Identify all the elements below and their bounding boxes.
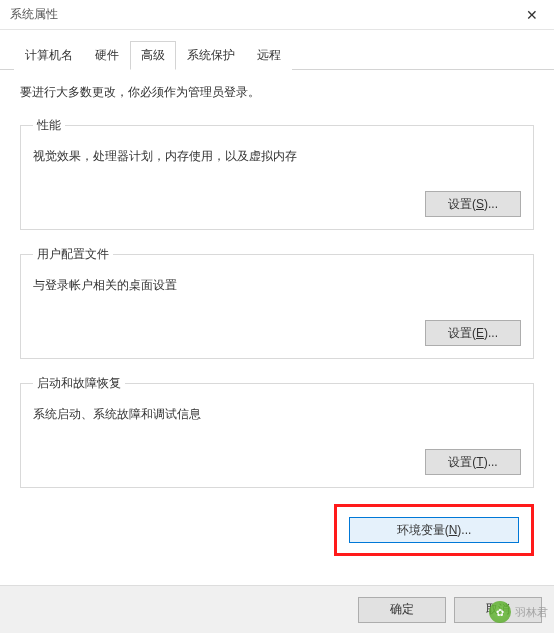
intro-text: 要进行大多数更改，你必须作为管理员登录。 xyxy=(20,84,534,101)
titlebar: 系统属性 ✕ xyxy=(0,0,554,30)
content: 要进行大多数更改，你必须作为管理员登录。 性能 视觉效果，处理器计划，内存使用，… xyxy=(0,70,554,566)
userprofiles-legend: 用户配置文件 xyxy=(33,246,113,263)
userprofiles-settings-button[interactable]: 设置(E)... xyxy=(425,320,521,346)
performance-settings-button[interactable]: 设置(S)... xyxy=(425,191,521,217)
env-row: 环境变量(N)... xyxy=(20,504,534,556)
tab-computer-name[interactable]: 计算机名 xyxy=(14,41,84,70)
environment-variables-button[interactable]: 环境变量(N)... xyxy=(349,517,519,543)
section-startup-recovery: 启动和故障恢复 系统启动、系统故障和调试信息 设置(T)... xyxy=(20,375,534,488)
window-title: 系统属性 xyxy=(10,6,58,23)
footer: 确定 取消 ✿ 羽林君 xyxy=(0,585,554,633)
tab-advanced[interactable]: 高级 xyxy=(130,41,176,70)
cancel-button[interactable]: 取消 xyxy=(454,597,542,623)
startup-legend: 启动和故障恢复 xyxy=(33,375,125,392)
ok-button[interactable]: 确定 xyxy=(358,597,446,623)
tab-hardware[interactable]: 硬件 xyxy=(84,41,130,70)
tab-system-protection[interactable]: 系统保护 xyxy=(176,41,246,70)
section-user-profiles: 用户配置文件 与登录帐户相关的桌面设置 设置(E)... xyxy=(20,246,534,359)
startup-settings-button[interactable]: 设置(T)... xyxy=(425,449,521,475)
performance-legend: 性能 xyxy=(33,117,65,134)
env-highlight-box: 环境变量(N)... xyxy=(334,504,534,556)
userprofiles-desc: 与登录帐户相关的桌面设置 xyxy=(33,277,521,294)
close-icon[interactable]: ✕ xyxy=(510,0,554,30)
tab-remote[interactable]: 远程 xyxy=(246,41,292,70)
performance-desc: 视觉效果，处理器计划，内存使用，以及虚拟内存 xyxy=(33,148,521,165)
startup-desc: 系统启动、系统故障和调试信息 xyxy=(33,406,521,423)
tabbar: 计算机名 硬件 高级 系统保护 远程 xyxy=(0,30,554,70)
section-performance: 性能 视觉效果，处理器计划，内存使用，以及虚拟内存 设置(S)... xyxy=(20,117,534,230)
